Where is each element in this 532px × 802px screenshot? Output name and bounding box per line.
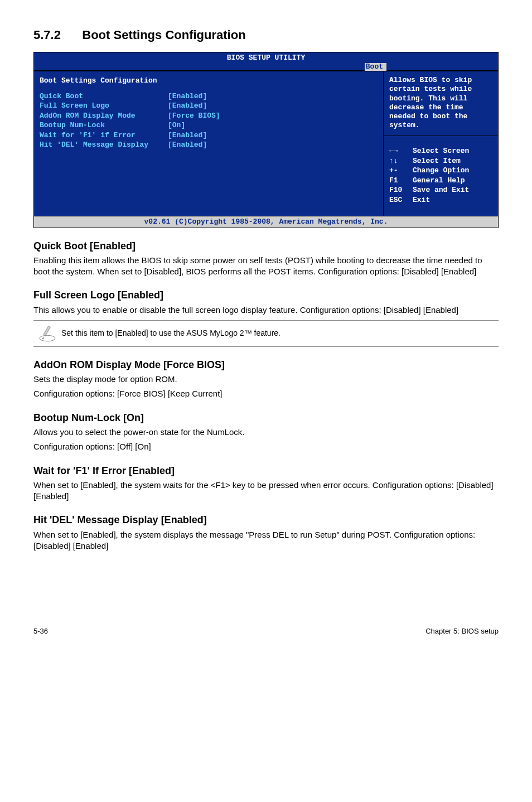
- subsection-heading: Hit 'DEL' Message Display [Enabled]: [33, 513, 499, 526]
- note-text: Set this item to [Enabled] to use the AS…: [61, 328, 499, 339]
- bios-setting-value: [On]: [168, 120, 185, 131]
- bios-nav-row: ←→Select Screen: [389, 146, 492, 156]
- bios-nav-key: +-: [389, 166, 413, 176]
- bios-setting-value: [Enabled]: [168, 101, 207, 111]
- bios-nav-row: ↑↓Select Item: [389, 156, 492, 166]
- subsection-heading: Bootup Num-Lock [On]: [33, 411, 499, 424]
- bios-footer: v02.61 (C)Copyright 1985-2008, American …: [34, 216, 498, 228]
- page-footer: 5-36 Chapter 5: BIOS setup: [33, 624, 499, 636]
- bios-nav-label: Select Screen: [413, 146, 469, 156]
- bios-nav-row: F1General Help: [389, 176, 492, 186]
- chapter-label: Chapter 5: BIOS setup: [425, 626, 499, 636]
- bios-nav-row: F10Save and Exit: [389, 185, 492, 195]
- subsection-heading: Quick Boot [Enabled]: [33, 239, 499, 253]
- section-heading: 5.7.2 Boot Settings Configuration: [33, 22, 499, 45]
- pencil-icon: [33, 324, 61, 343]
- body-paragraph: This allows you to enable or disable the…: [33, 305, 499, 316]
- bios-body: Boot Settings Configuration Quick Boot[E…: [34, 71, 498, 216]
- bios-setting-row: Quick Boot[Enabled]: [40, 91, 378, 102]
- svg-point-0: [40, 335, 55, 341]
- bios-setting-label: Wait for 'F1' if Error: [40, 131, 168, 141]
- svg-rect-1: [43, 326, 51, 336]
- bios-nav-label: Change Option: [413, 166, 469, 176]
- subsection-heading: AddOn ROM Display Mode [Force BIOS]: [33, 358, 499, 371]
- bios-setting-row: Wait for 'F1' if Error[Enabled]: [40, 131, 378, 141]
- body-paragraph: When set to [Enabled], the system waits …: [33, 480, 499, 503]
- bios-setting-label: Full Screen Logo: [40, 101, 168, 111]
- bios-setting-label: AddOn ROM Display Mode: [40, 111, 168, 121]
- svg-marker-2: [42, 337, 43, 339]
- subsection-heading: Full Screen Logo [Enabled]: [33, 288, 499, 302]
- bios-tab-row: Boot: [34, 62, 498, 70]
- note-box: Set this item to [Enabled] to use the AS…: [33, 320, 499, 347]
- page-number: 5-36: [33, 626, 48, 636]
- bios-setting-label: Bootup Num-Lock: [40, 120, 168, 131]
- bios-config-title: Boot Settings Configuration: [40, 76, 378, 86]
- bios-setting-label: Hit 'DEL' Message Display: [40, 140, 168, 150]
- bios-nav-key: F10: [389, 185, 413, 195]
- bios-help-text: Allows BIOS to skip certain tests while …: [384, 71, 498, 136]
- section-title: Boot Settings Configuration: [82, 28, 245, 42]
- body-paragraph: Sets the display mode for option ROM.: [33, 374, 499, 385]
- bios-title-bar: BIOS SETUP UTILITY Boot: [34, 52, 498, 71]
- bios-setting-value: [Enabled]: [168, 140, 207, 150]
- bios-nav-help: ←→Select Screen↑↓Select Item+-Change Opt…: [384, 136, 498, 216]
- bios-nav-key: ESC: [389, 195, 413, 205]
- bios-nav-label: General Help: [413, 176, 465, 186]
- body-paragraph: Configuration options: [Off] [On]: [33, 441, 499, 452]
- subsection-heading: Wait for 'F1' If Error [Enabled]: [33, 464, 499, 477]
- bios-title: BIOS SETUP UTILITY: [227, 54, 305, 62]
- bios-nav-label: Select Item: [413, 156, 461, 166]
- bios-setting-value: [Force BIOS]: [168, 111, 220, 121]
- bios-config-rows: Quick Boot[Enabled]Full Screen Logo[Enab…: [40, 91, 378, 150]
- bios-setting-row: Full Screen Logo[Enabled]: [40, 101, 378, 111]
- bios-setting-row: Hit 'DEL' Message Display[Enabled]: [40, 140, 378, 150]
- body-paragraph: When set to [Enabled], the system displa…: [33, 529, 499, 552]
- bios-nav-key: ←→: [389, 146, 413, 156]
- bios-setting-row: Bootup Num-Lock[On]: [40, 120, 378, 131]
- bios-setting-value: [Enabled]: [168, 131, 207, 141]
- bios-setting-label: Quick Boot: [40, 91, 168, 102]
- bios-tab-boot: Boot: [365, 63, 386, 71]
- body-paragraph: Allows you to select the power-on state …: [33, 427, 499, 438]
- body-paragraph: Enabling this item allows the BIOS to sk…: [33, 255, 499, 278]
- bios-left-pane: Boot Settings Configuration Quick Boot[E…: [34, 71, 384, 216]
- section-number: 5.7.2: [33, 27, 61, 44]
- bios-screenshot: BIOS SETUP UTILITY Boot Boot Settings Co…: [33, 52, 499, 228]
- bios-setting-row: AddOn ROM Display Mode[Force BIOS]: [40, 111, 378, 121]
- bios-nav-row: +-Change Option: [389, 166, 492, 176]
- bios-nav-label: Save and Exit: [413, 185, 469, 195]
- bios-right-pane: Allows BIOS to skip certain tests while …: [384, 71, 498, 216]
- bios-nav-label: Exit: [413, 195, 430, 205]
- body-paragraph: Configuration options: [Force BIOS] [Kee…: [33, 388, 499, 399]
- bios-setting-value: [Enabled]: [168, 91, 207, 102]
- bios-nav-key: ↑↓: [389, 156, 413, 166]
- bios-nav-key: F1: [389, 176, 413, 186]
- bios-nav-row: ESCExit: [389, 195, 492, 205]
